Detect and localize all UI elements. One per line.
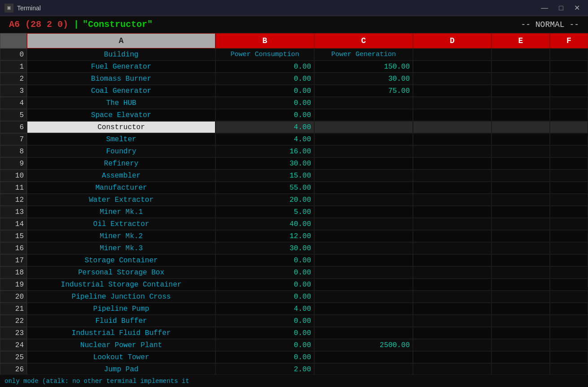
cell-c[interactable] <box>314 303 413 315</box>
cell-b[interactable]: 55.00 <box>215 182 314 194</box>
cell-b[interactable]: 0.00 <box>215 61 314 73</box>
table-row[interactable]: 19Industrial Storage Container0.00 <box>0 278 588 291</box>
table-row[interactable]: 14Oil Extractor40.00 <box>0 218 588 230</box>
cell-c[interactable] <box>314 97 413 109</box>
cell-a[interactable]: The HUB <box>27 97 215 109</box>
cell-a[interactable]: Coal Generator <box>27 85 215 97</box>
cell-a[interactable]: Storage Container <box>27 254 215 266</box>
cell-b[interactable]: 30.00 <box>215 242 314 254</box>
cell-a[interactable]: Refinery <box>27 157 215 170</box>
cell-c[interactable]: Power Generation <box>314 48 413 61</box>
cell-c[interactable] <box>314 157 413 170</box>
table-row[interactable]: 11Manufacturer55.00 <box>0 182 588 194</box>
cell-b[interactable]: 40.00 <box>215 218 314 230</box>
table-row[interactable]: 17Storage Container0.00 <box>0 254 588 266</box>
cell-c[interactable] <box>314 327 413 339</box>
minimize-button[interactable]: — <box>537 0 552 16</box>
table-row[interactable]: 0BuildingPower ConsumptionPower Generati… <box>0 48 588 61</box>
cell-a[interactable]: Pipeline Junction Cross <box>27 291 215 303</box>
cell-b[interactable]: 0.00 <box>215 85 314 97</box>
cell-c[interactable] <box>314 133 413 145</box>
table-row[interactable]: 10Assembler15.00 <box>0 170 588 182</box>
table-row[interactable]: 22Fluid Buffer0.00 <box>0 315 588 327</box>
cell-c[interactable] <box>314 170 413 182</box>
cell-b[interactable]: 4.00 <box>215 133 314 145</box>
cell-a[interactable]: Smelter <box>27 133 215 145</box>
cell-a[interactable]: Pipeline Pump <box>27 303 215 315</box>
cell-b[interactable]: 4.00 <box>215 303 314 315</box>
table-row[interactable]: 12Water Extractor20.00 <box>0 194 588 206</box>
cell-a[interactable]: Manufacturer <box>27 182 215 194</box>
table-row[interactable]: 13Miner Mk.15.00 <box>0 206 588 218</box>
cell-b[interactable]: 0.00 <box>215 327 314 339</box>
cell-c[interactable] <box>314 266 413 278</box>
table-row[interactable]: 21Pipeline Pump4.00 <box>0 303 588 315</box>
cell-a[interactable]: Oil Extractor <box>27 218 215 230</box>
cell-a[interactable]: Nuclear Power Plant <box>27 339 215 351</box>
cell-b[interactable]: 5.00 <box>215 206 314 218</box>
cell-b[interactable]: 0.00 <box>215 109 314 121</box>
cell-a[interactable]: Industrial Fluid Buffer <box>27 327 215 339</box>
table-row[interactable]: 8Foundry16.00 <box>0 145 588 157</box>
cell-c[interactable] <box>314 278 413 291</box>
table-row[interactable]: 4The HUB0.00 <box>0 97 588 109</box>
cell-c[interactable] <box>314 145 413 157</box>
cell-b[interactable]: 0.00 <box>215 291 314 303</box>
cell-b[interactable]: 30.00 <box>215 157 314 170</box>
cell-c[interactable] <box>314 194 413 206</box>
table-row[interactable]: 2Biomass Burner0.0030.00 <box>0 73 588 85</box>
cell-b[interactable]: 0.00 <box>215 266 314 278</box>
table-row[interactable]: 23Industrial Fluid Buffer0.00 <box>0 327 588 339</box>
cell-a[interactable]: Water Extractor <box>27 194 215 206</box>
table-row[interactable]: 25Lookout Tower0.00 <box>0 351 588 363</box>
cell-a[interactable]: Space Elevator <box>27 109 215 121</box>
table-row[interactable]: 7Smelter4.00 <box>0 133 588 145</box>
table-row[interactable]: 24Nuclear Power Plant0.002500.00 <box>0 339 588 351</box>
cell-a[interactable]: Biomass Burner <box>27 73 215 85</box>
table-row[interactable]: 1Fuel Generator0.00150.00 <box>0 61 588 73</box>
cell-a[interactable]: Miner Mk.1 <box>27 206 215 218</box>
cell-b[interactable]: 0.00 <box>215 278 314 291</box>
table-row[interactable]: 20Pipeline Junction Cross0.00 <box>0 291 588 303</box>
table-row[interactable]: 5Space Elevator0.00 <box>0 109 588 121</box>
cell-b[interactable]: Power Consumption <box>215 48 314 61</box>
cell-c[interactable] <box>314 254 413 266</box>
cell-c[interactable] <box>314 109 413 121</box>
cell-b[interactable]: 16.00 <box>215 145 314 157</box>
cell-c[interactable]: 30.00 <box>314 73 413 85</box>
cell-c[interactable] <box>314 363 413 374</box>
cell-a[interactable]: Fuel Generator <box>27 61 215 73</box>
cell-c[interactable] <box>314 351 413 363</box>
rows-container[interactable]: 0BuildingPower ConsumptionPower Generati… <box>0 48 588 374</box>
cell-b[interactable]: 0.00 <box>215 73 314 85</box>
cell-c[interactable] <box>314 182 413 194</box>
maximize-button[interactable]: □ <box>555 0 567 16</box>
cell-b[interactable]: 0.00 <box>215 351 314 363</box>
cell-c[interactable] <box>314 315 413 327</box>
cell-b[interactable]: 0.00 <box>215 97 314 109</box>
cell-a[interactable]: Fluid Buffer <box>27 315 215 327</box>
cell-a[interactable]: Personal Storage Box <box>27 266 215 278</box>
cell-c[interactable] <box>314 121 413 133</box>
cell-c[interactable] <box>314 206 413 218</box>
cell-a[interactable]: Miner Mk.2 <box>27 230 215 242</box>
cell-c[interactable]: 150.00 <box>314 61 413 73</box>
cell-b[interactable]: 12.00 <box>215 230 314 242</box>
cell-b[interactable]: 2.00 <box>215 363 314 374</box>
cell-a[interactable]: Lookout Tower <box>27 351 215 363</box>
cell-b[interactable]: 0.00 <box>215 339 314 351</box>
cell-a[interactable]: Industrial Storage Container <box>27 278 215 291</box>
cell-a[interactable]: Miner Mk.3 <box>27 242 215 254</box>
table-row[interactable]: 6Constructor4.00 <box>0 121 588 133</box>
cell-a[interactable]: Building <box>27 48 215 61</box>
cell-b[interactable]: 4.00 <box>215 121 314 133</box>
table-row[interactable]: 18Personal Storage Box0.00 <box>0 266 588 278</box>
table-row[interactable]: 15Miner Mk.212.00 <box>0 230 588 242</box>
cell-b[interactable]: 0.00 <box>215 315 314 327</box>
table-row[interactable]: 3Coal Generator0.0075.00 <box>0 85 588 97</box>
table-row[interactable]: 26Jump Pad2.00 <box>0 363 588 374</box>
table-row[interactable]: 16Miner Mk.330.00 <box>0 242 588 254</box>
cell-c[interactable] <box>314 291 413 303</box>
table-row[interactable]: 9Refinery30.00 <box>0 157 588 170</box>
cell-b[interactable]: 0.00 <box>215 254 314 266</box>
